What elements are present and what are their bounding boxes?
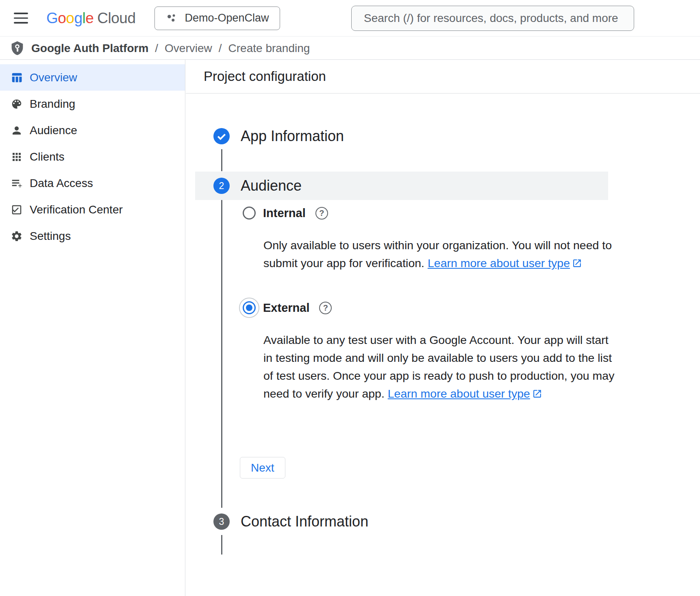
sidebar-item-label: Audience	[30, 124, 77, 137]
external-link-icon	[572, 258, 582, 268]
breadcrumb-overview[interactable]: Overview	[165, 42, 212, 55]
stepper-connector	[221, 535, 222, 555]
sidebar-item-label: Settings	[30, 230, 71, 243]
help-glyph: ?	[323, 303, 328, 313]
step-number-badge: 2	[213, 178, 230, 194]
checkbox-check-icon	[11, 204, 23, 216]
breadcrumb-separator: /	[155, 42, 158, 55]
help-icon-internal[interactable]: ?	[315, 207, 328, 220]
sidebar-item-branding[interactable]: Branding	[0, 91, 185, 117]
project-name: Demo-OpenClaw	[185, 12, 269, 24]
step-audience-header[interactable]: 2 Audience	[195, 172, 608, 200]
radio-internal[interactable]	[239, 203, 259, 223]
hamburger-icon-line	[14, 17, 28, 19]
external-description: Available to any test user with a Google…	[263, 331, 616, 402]
stepper-connector	[221, 200, 222, 508]
radio-option-internal[interactable]: Internal ?	[239, 203, 328, 223]
breadcrumb-create-branding: Create branding	[228, 42, 310, 55]
sidebar-item-settings[interactable]: Settings	[0, 223, 185, 249]
project-selector[interactable]: Demo-OpenClaw	[154, 7, 280, 30]
sidebar-item-label: Branding	[30, 98, 75, 111]
shield-key-icon	[10, 41, 25, 56]
palette-icon	[11, 98, 23, 110]
sidebar-item-label: Clients	[30, 150, 65, 163]
sidebar-item-label: Data Access	[30, 177, 93, 190]
project-configuration-stepper: App Information 2 Audience Internal ? On…	[186, 94, 700, 596]
sidebar-item-clients[interactable]: Clients	[0, 144, 185, 170]
next-button[interactable]: Next	[240, 457, 285, 479]
hamburger-icon	[14, 13, 28, 14]
sidebar-item-verification-center[interactable]: Verification Center	[0, 196, 185, 223]
sidebar-nav: Overview Branding Audience Clients Data …	[0, 60, 185, 596]
internal-description: Only available to users within your orga…	[263, 236, 616, 272]
radio-option-external[interactable]: External ?	[239, 298, 332, 318]
search-input[interactable]	[352, 6, 634, 30]
main-header: Project configuration	[186, 60, 700, 94]
breadcrumb: Google Auth Platform / Overview / Create…	[0, 37, 700, 60]
learn-more-user-type-link[interactable]: Learn more about user type	[428, 257, 582, 270]
step-title-contact-information: Contact Information	[241, 513, 368, 530]
top-bar: Google Cloud Demo-OpenClaw	[0, 0, 700, 37]
sidebar-item-overview[interactable]: Overview	[0, 64, 185, 91]
radio-label-internal: Internal	[263, 207, 306, 220]
learn-more-user-type-link[interactable]: Learn more about user type	[388, 387, 542, 400]
help-glyph: ?	[319, 209, 324, 218]
breadcrumb-google-auth-platform[interactable]: Google Auth Platform	[31, 42, 148, 55]
radio-external[interactable]	[239, 298, 259, 318]
radio-label-external: External	[263, 301, 309, 315]
step-contact-information[interactable]: 3 Contact Information	[213, 513, 368, 530]
overview-icon	[11, 72, 23, 84]
stepper-connector	[221, 149, 222, 171]
step-app-information[interactable]: App Information	[213, 128, 344, 145]
list-gear-icon	[11, 177, 23, 189]
search-bar[interactable]	[351, 6, 634, 31]
cloud-logo-text: Cloud	[97, 10, 135, 27]
sidebar-item-audience[interactable]: Audience	[0, 117, 185, 144]
sidebar-item-data-access[interactable]: Data Access	[0, 170, 185, 196]
sidebar-item-label: Overview	[30, 71, 77, 84]
step-title-audience: Audience	[241, 177, 302, 194]
learn-more-link-label: Learn more about user type	[428, 257, 570, 270]
breadcrumb-separator: /	[219, 42, 222, 55]
google-cloud-logo[interactable]: Google Cloud	[46, 10, 136, 27]
gear-icon	[11, 230, 23, 242]
step-number-badge: 3	[213, 513, 230, 530]
learn-more-link-label: Learn more about user type	[388, 387, 530, 400]
help-icon-external[interactable]: ?	[319, 302, 332, 314]
page-title: Project configuration	[204, 69, 326, 84]
google-logo-text: Google	[46, 10, 93, 27]
step-title-app-information: App Information	[241, 128, 344, 145]
apps-grid-icon	[11, 151, 23, 163]
step-complete-check-icon	[213, 128, 230, 144]
external-link-icon	[532, 389, 542, 399]
hamburger-icon-line	[14, 22, 28, 24]
sidebar-item-label: Verification Center	[30, 203, 123, 216]
menu-button[interactable]	[10, 7, 32, 29]
project-icon	[165, 12, 178, 24]
person-icon	[11, 124, 23, 137]
